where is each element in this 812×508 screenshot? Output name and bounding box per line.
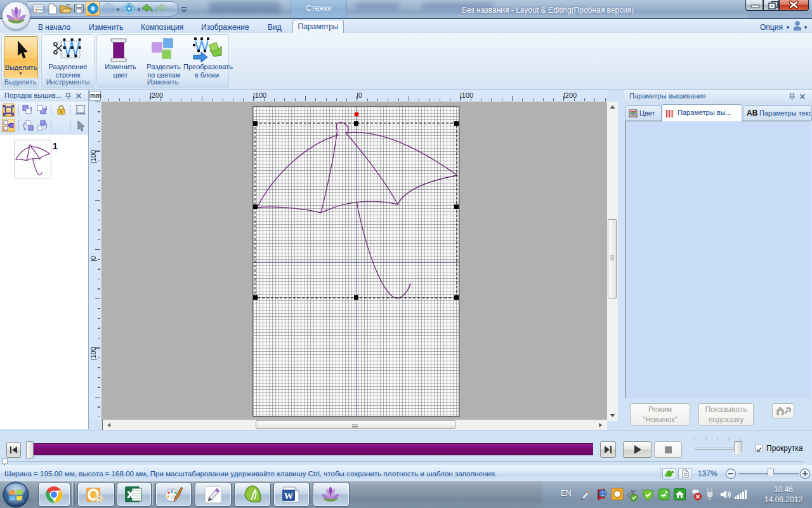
svg-text:W: W xyxy=(284,491,294,501)
